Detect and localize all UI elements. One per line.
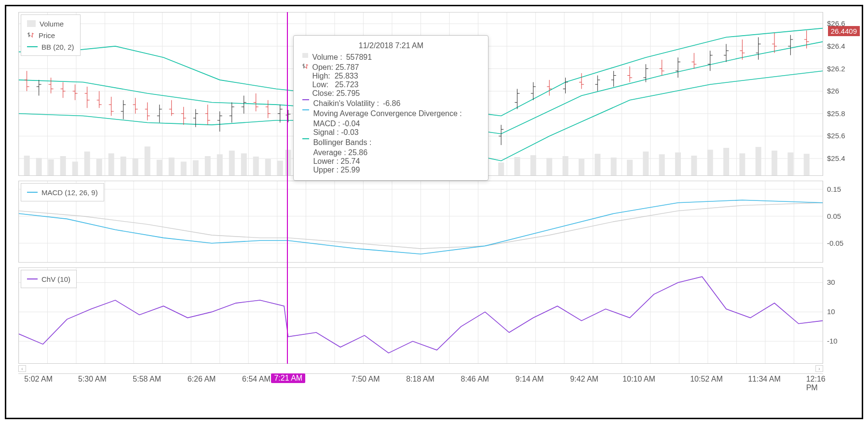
- macd-ytick: 0.05: [827, 212, 841, 220]
- tt-chv-label: Chaikin's Volatility :: [313, 99, 379, 108]
- price-ytick: $25.4: [827, 154, 845, 162]
- svg-rect-36: [24, 156, 30, 175]
- crosshair: [287, 12, 288, 364]
- svg-rect-45: [133, 159, 138, 175]
- time-xtick: 5:58 AM: [133, 375, 161, 384]
- tt-bb-up-label: Upper :: [313, 166, 338, 174]
- legend-bb: BB (20, 2): [41, 43, 74, 51]
- volume-swatch-icon: [302, 53, 308, 58]
- chv-ytick: 30: [827, 278, 835, 286]
- chv-ytick: 10: [827, 307, 835, 316]
- scroll-left-button[interactable]: ‹: [18, 365, 26, 372]
- legend-price: Price: [39, 31, 55, 40]
- price-ytick: $25.8: [827, 109, 845, 117]
- svg-rect-49: [181, 161, 187, 175]
- svg-rect-77: [772, 151, 777, 175]
- datapoint-tooltip: 11/2/2018 7:21 AM Volume : 557891 Open: …: [293, 35, 488, 181]
- svg-rect-38: [48, 159, 54, 175]
- tt-bb-title: Bollinger Bands :: [313, 138, 371, 147]
- tt-open-value: 25.787: [335, 63, 359, 71]
- macd-y-axis: 0.150.05-0.05: [825, 181, 862, 263]
- tt-macd-title: Moving Average Convergence Divergence :: [313, 109, 461, 118]
- svg-rect-72: [691, 156, 697, 175]
- scroll-right-button[interactable]: ›: [815, 365, 823, 372]
- bb-swatch-icon: [302, 138, 309, 139]
- svg-rect-64: [563, 156, 569, 175]
- svg-rect-52: [217, 154, 223, 175]
- svg-rect-62: [530, 155, 536, 175]
- svg-rect-61: [515, 157, 520, 175]
- volume-swatch-icon: [27, 20, 36, 27]
- time-xtick: 6:54 AM: [242, 375, 271, 384]
- tt-volume-label: Volume :: [312, 53, 342, 62]
- ohlc-icon: [302, 63, 308, 70]
- tt-macd-value: -0.04: [342, 119, 360, 128]
- svg-rect-74: [723, 148, 729, 175]
- tt-close-value: 25.795: [336, 89, 360, 97]
- svg-rect-58: [285, 150, 291, 175]
- tt-open-label: Open:: [312, 63, 333, 71]
- tt-bb-low-label: Lower :: [313, 157, 338, 165]
- time-xtick: 11:34 AM: [748, 375, 781, 384]
- chv-swatch-icon: [27, 278, 38, 279]
- macd-ytick: -0.05: [827, 238, 843, 247]
- chv-swatch-icon: [302, 99, 309, 100]
- svg-rect-46: [145, 146, 150, 175]
- macd-panel[interactable]: MACD (12, 26, 9): [18, 181, 823, 263]
- svg-rect-55: [253, 157, 259, 175]
- chv-y-axis: 3010-10: [825, 267, 862, 364]
- time-xtick: 7:50 AM: [352, 375, 380, 384]
- tt-bb-avg-value: 25.86: [348, 148, 367, 157]
- svg-rect-69: [643, 151, 649, 175]
- price-y-axis: $26.6$26.4$26.2$26$25.8$25.6$25.4: [825, 12, 862, 176]
- tt-signal-label: Signal :: [313, 128, 339, 136]
- time-xtick: 5:30 AM: [78, 375, 107, 384]
- current-price-badge: 26.4409: [828, 26, 860, 36]
- svg-rect-37: [36, 158, 42, 175]
- tt-signal-value: -0.03: [341, 128, 358, 136]
- svg-rect-70: [659, 154, 665, 175]
- legend-volume: Volume: [40, 20, 64, 28]
- svg-rect-63: [546, 158, 552, 175]
- time-xtick: 12:16 PM: [806, 375, 826, 392]
- legend-macd: MACD (12, 26, 9): [41, 188, 98, 197]
- svg-rect-39: [60, 156, 66, 175]
- time-xtick: 10:10 AM: [623, 375, 655, 384]
- svg-rect-67: [611, 158, 617, 175]
- price-legend: Volume Price BB (20, 2): [21, 14, 81, 56]
- macd-swatch-icon: [302, 109, 309, 110]
- svg-rect-41: [84, 151, 90, 175]
- tt-chv-value: -6.86: [383, 99, 400, 108]
- tt-bb-low-value: 25.74: [340, 157, 360, 165]
- price-ytick: $25.6: [827, 132, 845, 140]
- time-scrollbar[interactable]: ‹ ›: [18, 365, 823, 372]
- svg-rect-57: [277, 161, 283, 175]
- svg-rect-40: [72, 161, 78, 175]
- price-ytick: $26.4: [827, 41, 845, 50]
- svg-rect-56: [265, 159, 271, 175]
- tt-macd-label: MACD :: [313, 119, 340, 128]
- tt-low-label: Low:: [312, 80, 328, 89]
- time-xtick: 9:42 AM: [570, 375, 598, 384]
- svg-rect-65: [579, 159, 584, 175]
- time-xtick: 9:14 AM: [515, 375, 544, 384]
- tt-high-value: 25.833: [335, 72, 358, 80]
- svg-rect-43: [108, 153, 114, 175]
- svg-rect-73: [707, 150, 713, 175]
- tooltip-datetime: 11/2/2018 7:21 AM: [302, 41, 479, 50]
- price-ytick: $26.2: [827, 64, 845, 72]
- svg-rect-71: [675, 152, 681, 175]
- svg-rect-75: [739, 153, 745, 175]
- tt-high-label: High:: [312, 72, 330, 80]
- ohlc-icon: [27, 31, 35, 39]
- macd-ytick: 0.15: [827, 185, 841, 193]
- svg-rect-68: [627, 160, 633, 175]
- financial-chart[interactable]: Volume Price BB (20, 2) $26.6$26.4$26.2$…: [5, 5, 863, 419]
- svg-rect-60: [498, 162, 504, 175]
- svg-rect-54: [241, 153, 247, 175]
- time-xtick: 8:46 AM: [461, 375, 489, 384]
- svg-rect-76: [756, 147, 761, 175]
- svg-rect-79: [804, 154, 810, 175]
- chv-panel[interactable]: ChV (10): [18, 267, 823, 364]
- tt-close-label: Close:: [312, 89, 334, 97]
